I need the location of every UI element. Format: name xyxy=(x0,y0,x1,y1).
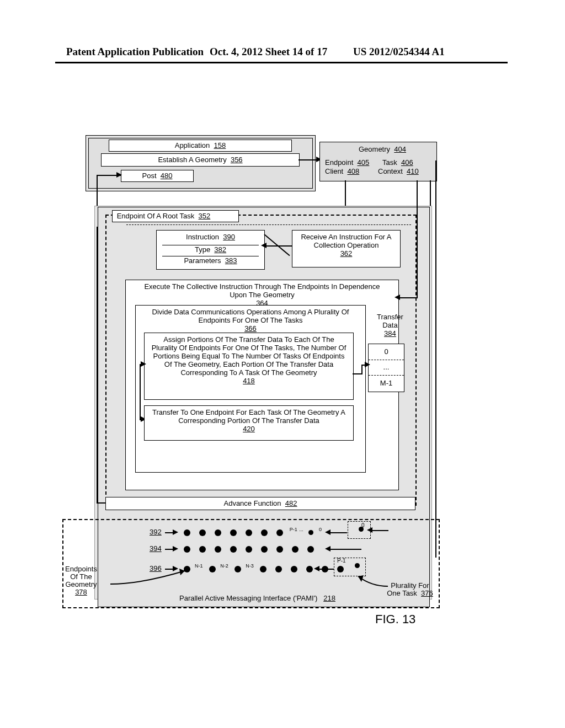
tdata-row0: 0 xyxy=(369,344,404,360)
dashed-line xyxy=(126,224,411,225)
instruction-params-row: Parameters 383 xyxy=(162,256,259,265)
application-label: Application xyxy=(175,141,210,149)
sup-n1: N-1 xyxy=(195,563,203,569)
curve-arrow-icon xyxy=(355,574,393,591)
dots-row-2 xyxy=(179,544,318,553)
sup-pm1: P-1 xyxy=(337,558,346,564)
geometry-title: Geometry 404 xyxy=(349,145,415,153)
hdr-mid: Oct. 4, 2012 Sheet 14 of 17 xyxy=(210,46,327,58)
arrow-head-icon xyxy=(261,243,266,248)
divide-text: Divide Data Communications Operations Am… xyxy=(136,308,365,324)
geom-ep-lbl: Endpoint xyxy=(325,158,353,167)
pami-text: Parallel Active Messaging Interface ('PA… xyxy=(179,594,317,602)
arrow-line xyxy=(370,530,388,531)
arrow-line xyxy=(398,297,418,298)
arrow-line xyxy=(97,227,98,504)
establish-box: Establish A Geometry 356 xyxy=(101,153,300,167)
assign-text: Assign Portions Of The Transfer Data To … xyxy=(145,335,353,377)
ep-ref: 378 xyxy=(75,588,87,596)
geom-ctx-lbl: Context xyxy=(378,167,403,175)
arrow-line xyxy=(317,569,334,570)
instruction-box: Instruction 390 Type 382 Parameters 383 xyxy=(156,230,265,270)
geom-task-ref: 406 xyxy=(401,158,413,167)
arrow-line xyxy=(435,160,436,558)
receive-box: Receive An Instruction For A Collection … xyxy=(292,230,401,267)
arrow-line xyxy=(361,365,363,374)
tdata-ref: 384 xyxy=(384,329,396,338)
arrow-head-icon xyxy=(395,295,400,300)
svg-marker-1 xyxy=(358,575,364,582)
arrow-line xyxy=(97,502,105,504)
plu-ref: 376 xyxy=(421,589,433,597)
instruction-type-row: Type 382 xyxy=(162,245,259,254)
post-label: Post xyxy=(142,172,157,180)
instruction-title: Instruction xyxy=(186,233,219,241)
transfer-data-label: Transfer Data 384 xyxy=(377,313,403,338)
assign-box: Assign Portions Of The Transfer Data To … xyxy=(144,333,354,400)
arrow-line xyxy=(328,549,361,550)
ep-l2: Of The xyxy=(70,572,92,581)
tdata-row2: M-1 xyxy=(369,375,404,392)
instruction-type: Type xyxy=(195,245,210,254)
application-ref: 158 xyxy=(214,141,226,149)
pami-title: Parallel Active Messaging Interface ('PA… xyxy=(179,594,335,602)
arrow-head-icon xyxy=(367,527,372,533)
transfer-data-box: 0 ... M-1 xyxy=(368,344,404,392)
transfer-text: Transfer To One Endpoint For Each Task O… xyxy=(145,408,353,425)
row-392-ref: 392 xyxy=(150,528,162,536)
tdata-row1: ... xyxy=(369,360,404,376)
receive-text: Receive An Instruction For A Collection … xyxy=(292,233,400,249)
assign-ref: 418 xyxy=(243,377,255,385)
sup-ell: ... xyxy=(299,527,303,532)
arrow-head-icon xyxy=(365,362,370,367)
geom-task-lbl: Task xyxy=(382,158,397,167)
root-task-label-box: Endpoint Of A Root Task 352 xyxy=(112,210,239,222)
geometry-endpoint: Endpoint 405 xyxy=(325,158,369,167)
sup-p1: P-1 xyxy=(290,527,297,532)
arrow-head-icon xyxy=(325,546,331,552)
geom-ctx-ref: 410 xyxy=(407,167,419,175)
divide-ref: 366 xyxy=(244,324,257,333)
advance-ref: 482 xyxy=(285,499,297,507)
transfer-box: Transfer To One Endpoint For Each Task O… xyxy=(144,405,354,441)
geometry-task: Task 406 xyxy=(382,158,413,167)
row-394-ref: 394 xyxy=(150,544,162,553)
arrow-line xyxy=(328,532,347,533)
advance-text: Advance Function xyxy=(223,499,281,507)
tdata-l1: Transfer xyxy=(377,313,403,321)
sup-n3: N-3 xyxy=(246,563,254,569)
header-rule xyxy=(55,62,508,63)
ep-l1: Endpoints xyxy=(65,565,97,573)
geom-cli-lbl: Client xyxy=(325,167,343,175)
post-ref: 480 xyxy=(161,172,173,180)
tdata-l2: Data xyxy=(382,321,397,329)
arrow-line xyxy=(264,245,292,247)
arrow-line xyxy=(140,364,141,419)
dots-row-1: P-1 ... 0 xyxy=(179,528,322,537)
instruction-ref: 390 xyxy=(223,233,235,241)
arrow-head-icon xyxy=(173,546,178,552)
endpoints-label: Endpoints Of The Geometry 378 xyxy=(59,565,103,596)
arrow-head-icon xyxy=(141,361,146,367)
establish-label: Establish A Geometry xyxy=(158,156,226,164)
geom-cli-ref: 408 xyxy=(347,167,359,175)
geometry-title-label: Geometry xyxy=(359,145,390,153)
geom-ep-ref: 405 xyxy=(358,158,370,167)
arrow-head-icon xyxy=(325,529,331,535)
geometry-client: Client 408 xyxy=(325,167,359,175)
instruction-type-ref: 382 xyxy=(214,245,226,254)
post-box: Post 480 xyxy=(121,170,194,182)
application-box: Application 158 xyxy=(109,140,292,152)
plu-l1: Plurality For xyxy=(391,581,429,590)
transfer-ref: 420 xyxy=(243,425,255,433)
arrow-head-icon xyxy=(116,172,122,178)
sup-0b: 0 xyxy=(361,522,365,528)
ep-l3: Geometry xyxy=(65,580,97,588)
execute-text: Execute The Collective Instruction Throu… xyxy=(126,282,398,299)
root-ref: 352 xyxy=(199,212,211,220)
sup-n2: N-2 xyxy=(220,563,228,569)
arrow-line xyxy=(417,180,418,298)
svg-marker-0 xyxy=(179,569,185,575)
hdr-right: US 2012/0254344 A1 xyxy=(353,46,445,58)
sup-0a: 0 xyxy=(319,527,322,532)
